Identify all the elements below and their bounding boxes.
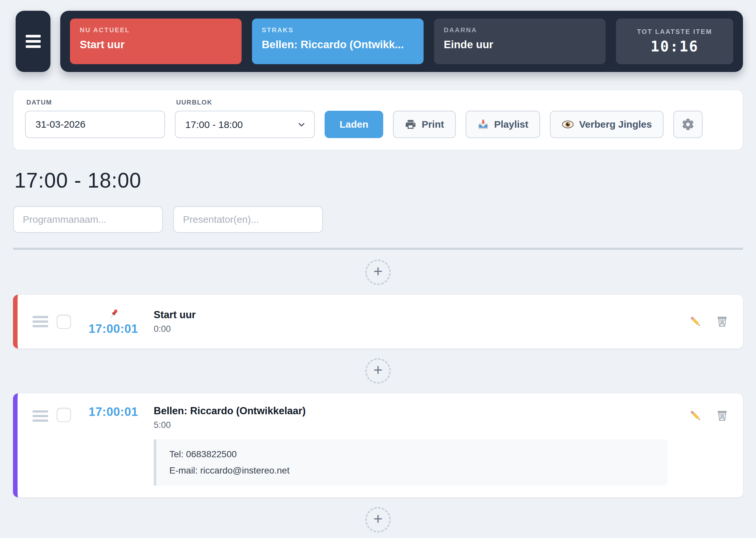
plus-icon: + — [374, 263, 382, 279]
delete-item-button[interactable] — [716, 409, 729, 422]
item-time-column: 17:00:01 — [80, 405, 146, 419]
toolbar: DATUM UURBLOK 17:00 - 18:00 Laden Print — [13, 90, 743, 150]
item-checkbox[interactable] — [57, 315, 71, 329]
load-button[interactable]: Laden — [325, 111, 383, 138]
drag-handle-bar — [32, 325, 48, 327]
gear-icon — [681, 118, 695, 131]
program-name-input[interactable] — [13, 206, 163, 233]
add-item-row: + — [0, 358, 756, 384]
hourblock-select[interactable]: 17:00 - 18:00 — [175, 111, 315, 138]
date-field-group: DATUM — [25, 99, 165, 138]
hourblock-field-group: UURBLOK 17:00 - 18:00 — [175, 99, 315, 138]
plus-icon: + — [374, 362, 382, 378]
drag-handle-bar — [32, 316, 48, 318]
now-value: Start uur — [80, 38, 232, 51]
edit-item-button[interactable] — [689, 315, 703, 329]
drag-handle-bar — [32, 410, 48, 413]
settings-button[interactable] — [673, 111, 703, 138]
item-checkbox[interactable] — [57, 408, 71, 422]
after-that-card: DAARNA Einde uur — [434, 19, 606, 64]
broadcast-planner-page: NU ACTUEEL Start uur STRAKS Bellen: Ricc… — [0, 0, 756, 532]
hourblock-select-wrap: 17:00 - 18:00 — [175, 111, 315, 138]
filters-row — [13, 206, 756, 233]
item-actions — [689, 315, 729, 329]
countdown-label: TOT LAATSTE ITEM — [637, 28, 712, 35]
drag-handle-bar — [32, 320, 48, 323]
playlist-button[interactable]: Playlist — [466, 111, 540, 138]
item-details-box: Tel: 0683822500 E-mail: riccardo@instere… — [154, 439, 668, 486]
plus-icon: + — [374, 511, 382, 527]
item-time: 17:00:01 — [88, 405, 138, 419]
add-item-button[interactable]: + — [365, 507, 391, 532]
pushpin-icon — [106, 308, 121, 322]
eye-icon — [562, 118, 574, 131]
playlist-label: Playlist — [494, 119, 529, 130]
drag-handle-bar — [32, 415, 48, 417]
status-bar: NU ACTUEEL Start uur STRAKS Bellen: Ricc… — [60, 11, 743, 72]
hamburger-bar — [26, 35, 41, 37]
hour-title: 17:00 - 18:00 — [14, 168, 756, 192]
delete-item-button[interactable] — [716, 315, 729, 328]
up-next-card: STRAKS Bellen: Riccardo (Ontwikk... — [252, 19, 424, 64]
item-duration: 5:00 — [154, 420, 689, 430]
hamburger-icon — [26, 35, 41, 48]
add-item-button[interactable]: + — [365, 358, 391, 384]
wastebasket-icon — [716, 409, 729, 422]
add-item-button[interactable]: + — [365, 259, 391, 285]
wastebasket-icon — [716, 315, 729, 328]
date-input[interactable] — [25, 111, 165, 138]
item-time: 17:00:01 — [88, 322, 138, 336]
edit-item-button[interactable] — [689, 409, 703, 423]
hide-jingles-button[interactable]: Verberg Jingles — [550, 111, 664, 138]
next-value: Bellen: Riccardo (Ontwikk... — [262, 38, 414, 51]
item-actions — [689, 409, 729, 423]
drag-handle-bar — [32, 419, 48, 422]
inbox-tray-icon — [477, 119, 489, 130]
presenters-input[interactable] — [173, 206, 323, 233]
drag-handle-icon[interactable] — [32, 316, 48, 327]
later-value: Einde uur — [444, 38, 596, 51]
item-body: Bellen: Riccardo (Ontwikkelaar) 5:00 Tel… — [154, 405, 689, 486]
section-divider — [13, 248, 743, 250]
countdown-value: 10:16 — [650, 38, 698, 55]
hamburger-bar — [26, 45, 41, 48]
item-title: Bellen: Riccardo (Ontwikkelaar) — [154, 405, 689, 417]
hourblock-label: UURBLOK — [176, 99, 315, 106]
later-label: DAARNA — [444, 27, 596, 34]
item-phone: Tel: 0683822500 — [169, 449, 654, 459]
item-body: Start uur 0:00 — [154, 309, 689, 334]
item-duration: 0:00 — [154, 324, 689, 334]
countdown-card: TOT LAATSTE ITEM 10:16 — [616, 19, 733, 64]
hamburger-bar — [26, 40, 41, 43]
menu-button[interactable] — [16, 11, 50, 72]
next-label: STRAKS — [262, 27, 414, 34]
print-button[interactable]: Print — [393, 111, 456, 138]
now-playing-card: NU ACTUEEL Start uur — [70, 19, 242, 64]
add-item-row: + — [0, 507, 756, 532]
item-title: Start uur — [154, 309, 689, 321]
topbar: NU ACTUEEL Start uur STRAKS Bellen: Ricc… — [0, 0, 756, 72]
add-item-row: + — [0, 259, 756, 285]
item-email: E-mail: riccardo@instereo.net — [169, 465, 654, 476]
item-time-column: 17:00:01 — [80, 308, 146, 336]
printer-icon — [405, 119, 417, 130]
print-label: Print — [422, 119, 444, 130]
pencil-icon — [689, 315, 703, 329]
pencil-icon — [689, 409, 703, 423]
now-label: NU ACTUEEL — [80, 27, 232, 34]
schedule-item-start-uur: 17:00:01 Start uur 0:00 — [13, 295, 743, 349]
drag-handle-icon[interactable] — [32, 410, 48, 422]
hide-jingles-label: Verberg Jingles — [579, 119, 652, 130]
schedule-item-bellen-riccardo: 17:00:01 Bellen: Riccardo (Ontwikkelaar)… — [13, 394, 743, 497]
date-label: DATUM — [26, 99, 165, 106]
